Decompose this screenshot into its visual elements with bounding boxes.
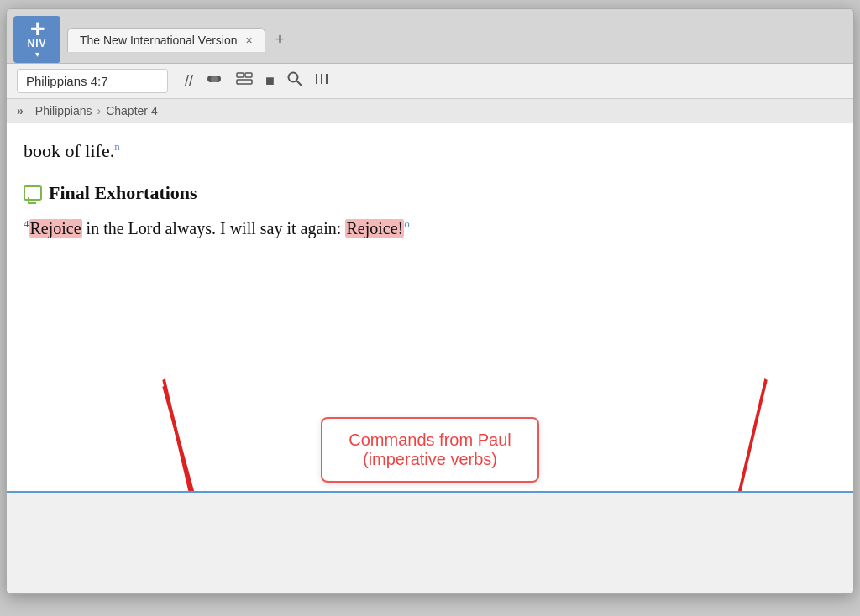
verse-number: 4 bbox=[24, 218, 29, 231]
section-heading: Final Exhortations bbox=[24, 182, 828, 204]
comment-icon bbox=[24, 185, 42, 201]
callout-line1: Commands from Paul bbox=[339, 431, 521, 450]
verse-middle: in the Lord always. I will say it again: bbox=[82, 219, 346, 238]
tab-title: The New International Version bbox=[80, 34, 238, 47]
panels-icon[interactable] bbox=[315, 70, 335, 91]
callout-line2: (imperative verbs) bbox=[339, 450, 521, 469]
parallel-icon[interactable]: // bbox=[185, 72, 193, 90]
niv-label: NIV bbox=[27, 38, 46, 50]
book-of-life-text: book of life.n bbox=[24, 140, 828, 162]
svg-line-12 bbox=[164, 386, 243, 491]
resources-icon[interactable] bbox=[205, 71, 223, 91]
breadcrumb-book[interactable]: Philippians bbox=[35, 104, 92, 117]
breadcrumb: » Philippians › Chapter 4 bbox=[7, 99, 853, 123]
highlight-rejoice-1: Rejoice bbox=[29, 219, 82, 238]
breadcrumb-separator: › bbox=[97, 104, 102, 117]
footnote-o: o bbox=[404, 218, 410, 231]
footnote-n: n bbox=[114, 140, 120, 153]
cross-icon: ✛ bbox=[30, 21, 45, 38]
arrows-overlay bbox=[7, 123, 853, 491]
chevron-down-icon: ▾ bbox=[35, 50, 39, 59]
highlight-rejoice-2: Rejoice! bbox=[345, 219, 404, 238]
svg-point-2 bbox=[211, 76, 218, 82]
callout-box: Commands from Paul (imperative verbs) bbox=[321, 417, 539, 483]
verse-line: 4Rejoice in the Lord always. I will say … bbox=[24, 216, 828, 241]
reference-input[interactable] bbox=[17, 69, 168, 93]
section-title: Final Exhortations bbox=[49, 182, 197, 204]
svg-rect-4 bbox=[245, 73, 252, 77]
layout-svg bbox=[235, 71, 254, 86]
book-of-life-label: book of life. bbox=[24, 140, 114, 161]
app-window: ✛ NIV ▾ The New International Version × … bbox=[6, 8, 854, 594]
close-tab-button[interactable]: × bbox=[246, 34, 253, 47]
panels-svg bbox=[315, 70, 335, 87]
display-icon[interactable]: ■ bbox=[265, 72, 275, 90]
niv-logo[interactable]: ✛ NIV ▾ bbox=[13, 16, 60, 63]
search-icon[interactable] bbox=[286, 70, 303, 91]
bottom-area bbox=[7, 493, 853, 593]
main-tab[interactable]: The New International Version × bbox=[67, 28, 265, 52]
svg-rect-3 bbox=[237, 73, 244, 77]
toolbar-icons: // ■ bbox=[185, 70, 335, 91]
tab-bar: ✛ NIV ▾ The New International Version × … bbox=[7, 9, 853, 64]
toolbar: // ■ bbox=[7, 64, 853, 99]
add-tab-button[interactable]: + bbox=[265, 26, 295, 54]
search-svg bbox=[286, 70, 303, 87]
breadcrumb-chapter[interactable]: Chapter 4 bbox=[106, 104, 157, 117]
svg-rect-5 bbox=[237, 80, 252, 84]
layout-icon[interactable] bbox=[235, 71, 254, 91]
svg-line-7 bbox=[296, 81, 302, 86]
resources-svg bbox=[205, 71, 223, 86]
nav-arrows[interactable]: » bbox=[17, 104, 24, 117]
content-area: book of life.n Final Exhortations 4Rejoi… bbox=[7, 123, 853, 493]
